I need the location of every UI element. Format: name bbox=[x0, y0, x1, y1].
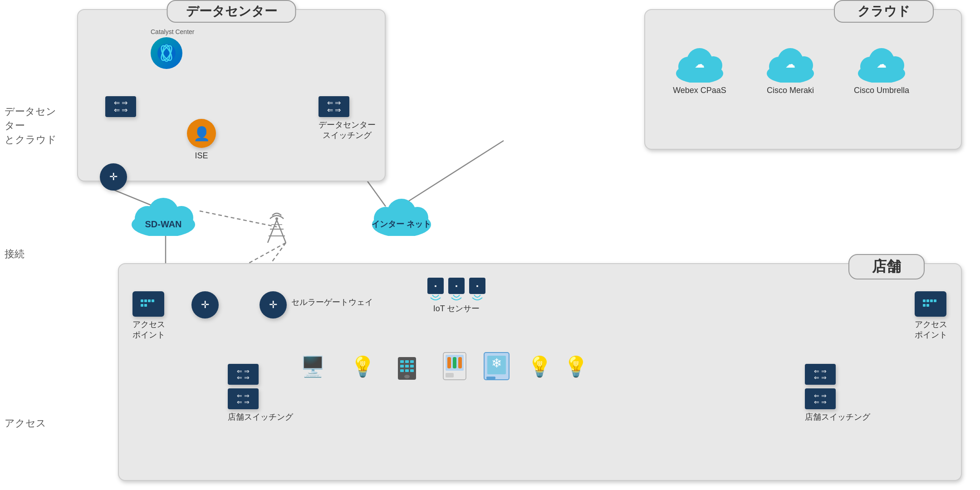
internet-group: インター ネット bbox=[368, 195, 436, 236]
svg-rect-79 bbox=[926, 299, 929, 302]
svg-rect-63 bbox=[400, 369, 404, 372]
bulb-3-icon: 💡 bbox=[564, 355, 588, 377]
dc-switch-right: ⇐ ⇒⇐ ⇒ bbox=[318, 96, 349, 117]
iot-sensor-2: ▪ bbox=[448, 278, 465, 294]
dist-router-icon: ✛ bbox=[100, 163, 127, 191]
bulb-1-icon: 💡 bbox=[350, 355, 375, 377]
store-router-left-icon: ✛ bbox=[191, 291, 219, 318]
iot-sensor-3: ▪ bbox=[469, 278, 485, 294]
svg-point-40 bbox=[704, 56, 722, 74]
svg-point-66 bbox=[404, 375, 410, 378]
dist-router-group: ✛ bbox=[100, 163, 127, 191]
iot-group: ▪ ▪ ▪ IoT センサー bbox=[427, 278, 485, 314]
ap-left-icon bbox=[132, 291, 164, 317]
keypad-icon bbox=[396, 355, 418, 382]
svg-rect-54 bbox=[141, 304, 143, 307]
ise-group: 👤 ISE bbox=[187, 119, 216, 161]
svg-rect-64 bbox=[405, 369, 409, 372]
svg-rect-58 bbox=[405, 360, 409, 363]
ap-left-svg bbox=[137, 295, 160, 313]
label-datacenter-cloud: データセンターとクラウド bbox=[5, 105, 59, 147]
svg-rect-69 bbox=[447, 357, 451, 368]
svg-rect-72 bbox=[446, 373, 454, 377]
svg-point-31 bbox=[275, 217, 278, 220]
left-labels: データセンターとクラウド 接続 アクセス bbox=[0, 0, 59, 490]
store-switch-left-bottom: ⇐ ⇒⇐ ⇒ bbox=[228, 388, 259, 409]
svg-rect-81 bbox=[934, 299, 936, 302]
store-switch-left-stack: ⇐ ⇒⇐ ⇒ ⇐ ⇒⇐ ⇒ 店舗スイッチング bbox=[228, 364, 293, 422]
monitor-icon: 🖥️ bbox=[300, 355, 325, 377]
store-switch-right-bottom: ⇐ ⇒⇐ ⇒ bbox=[805, 388, 836, 409]
svg-rect-62 bbox=[410, 365, 414, 368]
svg-line-6 bbox=[404, 141, 504, 204]
ap-right-svg bbox=[919, 295, 942, 313]
catalyst-center-group: Catalyst Center bbox=[151, 28, 194, 69]
ap-left-label: アクセス ポイント bbox=[132, 319, 165, 341]
svg-rect-83 bbox=[926, 304, 929, 307]
cloud-title: クラウド bbox=[834, 0, 934, 23]
svg-rect-70 bbox=[453, 357, 456, 368]
tower-icon bbox=[263, 209, 290, 245]
ise-label: ISE bbox=[187, 151, 216, 161]
iot-sensor-label: IoT センサー bbox=[427, 304, 485, 314]
umbrella-group: ☁ Cisco Umbrella bbox=[854, 46, 909, 96]
store-switch-right-stack: ⇐ ⇒⇐ ⇒ ⇐ ⇒⇐ ⇒ 店舗スイッチング bbox=[805, 364, 870, 422]
svg-rect-76 bbox=[486, 377, 495, 379]
svg-point-44 bbox=[795, 56, 813, 74]
keypad-group bbox=[396, 355, 418, 384]
label-connectivity: 接続 bbox=[5, 247, 59, 261]
svg-line-32 bbox=[268, 220, 277, 243]
main-area: データセンター Catalyst Center ⇐ ⇒⇐ ⇒ bbox=[59, 0, 980, 490]
tower-group bbox=[263, 209, 290, 247]
sdwan-text: SD-WAN bbox=[127, 219, 200, 230]
ap-left-group: アクセス ポイント bbox=[132, 291, 165, 341]
sdwan-group: SD-WAN bbox=[127, 195, 200, 236]
svg-line-33 bbox=[277, 220, 286, 243]
store-router-right-icon: ✛ bbox=[260, 291, 287, 318]
svg-text:❄: ❄ bbox=[491, 356, 502, 370]
store-box: 店舗 アクセス ポイント bbox=[118, 263, 962, 481]
dc-switch-left-group: ⇐ ⇒⇐ ⇒ bbox=[105, 96, 136, 117]
ap-right-icon bbox=[915, 291, 946, 317]
cellular-gateway-label: セルラーゲートウェイ bbox=[291, 297, 373, 308]
svg-rect-50 bbox=[141, 299, 143, 302]
internet-text: インター ネット bbox=[368, 220, 436, 230]
ap-right-label: アクセス ポイント bbox=[915, 319, 947, 341]
bulb-2-group: 💡 bbox=[527, 355, 552, 378]
store-switch-right-label: 店舗スイッチング bbox=[805, 412, 870, 422]
vending-group bbox=[441, 350, 468, 384]
store-switch-left-top: ⇐ ⇒⇐ ⇒ bbox=[228, 364, 259, 385]
store-router-left: ✛ bbox=[191, 291, 219, 318]
iot-sensor-1: ▪ bbox=[427, 278, 444, 294]
svg-rect-52 bbox=[148, 299, 151, 302]
catalyst-icon bbox=[151, 37, 182, 69]
dc-switch-right-group: ⇐ ⇒⇐ ⇒ データセンター スイッチング bbox=[318, 96, 376, 141]
svg-rect-57 bbox=[400, 360, 404, 363]
label-access: アクセス bbox=[5, 416, 59, 431]
dc-switch-left: ⇐ ⇒⇐ ⇒ bbox=[105, 96, 136, 117]
svg-rect-61 bbox=[405, 365, 409, 368]
bulb-2-icon: 💡 bbox=[527, 355, 552, 377]
catalyst-label: Catalyst Center bbox=[151, 28, 194, 35]
svg-rect-78 bbox=[923, 299, 926, 302]
datacenter-box: データセンター Catalyst Center ⇐ ⇒⇐ ⇒ bbox=[77, 9, 386, 181]
ise-icon: 👤 bbox=[187, 119, 216, 148]
store-switch-left-label: 店舗スイッチング bbox=[228, 412, 293, 422]
meraki-group: ☁ Cisco Meraki bbox=[763, 46, 818, 96]
meraki-label: Cisco Meraki bbox=[763, 85, 818, 96]
bulb-1-group: 💡 bbox=[350, 355, 375, 378]
ap-right-group: アクセス ポイント bbox=[915, 291, 947, 341]
svg-rect-71 bbox=[458, 357, 462, 368]
svg-rect-80 bbox=[930, 299, 933, 302]
store-router-right: ✛ bbox=[260, 291, 287, 318]
sdwan-cloud-svg bbox=[127, 195, 200, 236]
diagram-container: データセンターとクラウド 接続 アクセス bbox=[0, 0, 980, 490]
svg-rect-53 bbox=[152, 299, 154, 302]
freezer-group: ❄ bbox=[482, 350, 511, 384]
monitor-group: 🖥️ bbox=[300, 355, 325, 378]
store-title: 店舗 bbox=[848, 254, 925, 279]
svg-rect-55 bbox=[144, 304, 147, 307]
svg-rect-65 bbox=[410, 369, 414, 372]
svg-rect-59 bbox=[410, 360, 414, 363]
webex-group: ☁ Webex CPaaS bbox=[672, 46, 727, 96]
